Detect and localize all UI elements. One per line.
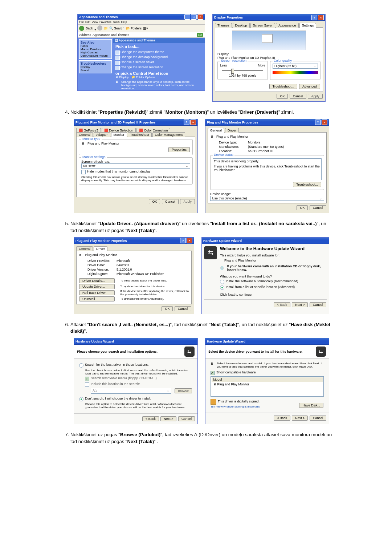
driver-details-button[interactable]: Driver Details...	[79, 278, 115, 283]
model-item[interactable]: 🖥 Plug and Play Monitor	[212, 382, 323, 386]
properties-button[interactable]: Properties	[168, 147, 190, 152]
cp-icon-display[interactable]: 🖥 Display	[115, 76, 128, 79]
forward-icon[interactable]	[97, 25, 102, 31]
side-item[interactable]: Mouse Pointers	[81, 48, 110, 51]
menu-view[interactable]: View	[92, 20, 98, 24]
ok-button[interactable]: OK	[149, 199, 160, 204]
advanced-button[interactable]: Advanced	[299, 84, 320, 89]
option-dont-search[interactable]: Don't search. I will choose the driver t…	[79, 397, 192, 401]
next-button[interactable]: Next >	[292, 416, 308, 421]
tab-themes[interactable]: Themes	[215, 23, 232, 28]
option-list[interactable]: Install from a list or specific location…	[220, 285, 327, 290]
cancel-button[interactable]: Cancel	[310, 205, 326, 210]
tab-color-mgmt[interactable]: Color Management	[152, 132, 185, 137]
option-search[interactable]: Search for the best driver in these loca…	[79, 363, 192, 368]
apply-button[interactable]: Apply	[180, 199, 195, 204]
back-button[interactable]: < Back	[274, 416, 290, 421]
cancel-button[interactable]: Cancel	[162, 199, 179, 204]
troubleshoot-button[interactable]: Troubleshoot...	[293, 182, 321, 187]
have-disk-button[interactable]: Have Disk...	[299, 403, 323, 408]
resolution-slider[interactable]	[222, 70, 263, 71]
rollback-button[interactable]: Roll Back Driver	[79, 290, 115, 295]
task-item[interactable]: Change the computer's theme	[115, 50, 203, 54]
tab-geforce[interactable]: 🟥 GeForce3	[76, 128, 101, 133]
tab-general[interactable]: General	[76, 246, 93, 251]
chk-removable[interactable]: ✓Search removable media (floppy, CD-ROM.…	[85, 376, 192, 381]
tab-driver[interactable]: Driver	[225, 128, 239, 133]
minimize-icon[interactable]: _	[184, 14, 190, 20]
cp-icon-display-row[interactable]: 🖥Change the appearance of your desktop, …	[115, 80, 203, 90]
help-icon[interactable]: ?	[184, 119, 189, 125]
up-icon[interactable]: 📁	[104, 27, 108, 30]
chk-location[interactable]: Include this location in the search:	[85, 382, 192, 387]
task-item[interactable]: Change the screen resolution	[115, 65, 203, 69]
tab-troubleshoot[interactable]: Troubleshoot	[128, 132, 152, 137]
cancel-button[interactable]: Cancel	[178, 416, 195, 421]
tab-adapter[interactable]: Adapter	[94, 132, 110, 137]
next-button[interactable]: Next >	[292, 302, 308, 307]
help-icon[interactable]: ?	[315, 119, 321, 125]
option-auto[interactable]: Install the software automatically (Reco…	[220, 279, 327, 284]
menu-favorites[interactable]: Favorites	[99, 20, 111, 24]
address-value[interactable]: Appearance and Themes	[93, 33, 195, 37]
go-button[interactable]: Go	[197, 33, 203, 37]
cancel-button[interactable]: Cancel	[175, 306, 191, 311]
close-icon[interactable]: ×	[318, 15, 324, 20]
compat-checkbox[interactable]: ✓Show compatible hardware	[211, 370, 324, 375]
usage-select[interactable]: Use this device (enable)⌄	[210, 196, 324, 201]
tab-settings[interactable]: Settings	[299, 23, 317, 28]
search-icon[interactable]: 🔍 Search	[109, 27, 124, 30]
menu-edit[interactable]: Edit	[85, 20, 90, 24]
why-signing-link[interactable]: Tell me why driver signing is important	[211, 405, 260, 408]
tab-monitor[interactable]: Monitor	[111, 132, 127, 137]
maximize-icon[interactable]: □	[191, 14, 197, 20]
tab-general[interactable]: General	[76, 132, 93, 137]
browse-button[interactable]: Browse	[175, 388, 192, 393]
update-driver-button[interactable]: Update Driver...	[79, 284, 115, 289]
back-button[interactable]: < Back	[142, 416, 159, 421]
help-icon[interactable]: ?	[311, 15, 317, 20]
tab-device-selection[interactable]: 🟥 Device Selection	[102, 128, 136, 133]
apply-button[interactable]: Apply	[308, 94, 323, 99]
close-icon[interactable]: ×	[187, 238, 192, 243]
cancel-button[interactable]: Cancel	[290, 94, 306, 99]
menu-file[interactable]: File	[79, 20, 84, 24]
menu-tools[interactable]: Tools	[113, 20, 120, 24]
cancel-button[interactable]: Cancel	[310, 416, 326, 421]
ok-button[interactable]: OK	[297, 205, 308, 210]
tab-color-correction[interactable]: 🟥 Color Correction	[136, 128, 170, 133]
tab-general[interactable]: General	[208, 128, 224, 133]
back-icon[interactable]	[79, 26, 84, 31]
views-icon[interactable]: ▦▾	[143, 27, 148, 30]
side-item[interactable]: Display	[81, 65, 110, 69]
next-button[interactable]: Next >	[160, 416, 176, 421]
side-item[interactable]: High Contrast	[81, 51, 110, 54]
model-list[interactable]: Model 🖥 Plug and Play Monitor	[211, 376, 324, 397]
ok-button[interactable]: OK	[277, 94, 288, 99]
close-icon[interactable]: ×	[322, 119, 327, 125]
uninstall-button[interactable]: Uninstall	[79, 296, 115, 301]
tab-driver[interactable]: Driver	[94, 246, 107, 251]
close-icon[interactable]: ×	[190, 119, 196, 125]
side-item[interactable]: Sound	[81, 69, 110, 72]
side-item[interactable]: Fonts	[81, 44, 110, 48]
quality-select[interactable]: Highest (32 bit)⌄	[273, 64, 318, 69]
troubleshoot-button[interactable]: Troubleshoot...	[269, 84, 298, 89]
side-item[interactable]: User Account Picture	[81, 54, 110, 57]
tab-desktop[interactable]: Desktop	[233, 23, 250, 28]
menu-help[interactable]: Help	[121, 20, 127, 24]
ok-button[interactable]: OK	[162, 306, 173, 311]
location-combo[interactable]: A:\⌄	[91, 388, 171, 394]
help-icon[interactable]: ?	[180, 238, 186, 243]
close-icon[interactable]: ×	[197, 14, 203, 20]
back-button[interactable]: < Back	[274, 302, 290, 307]
folders-icon[interactable]: 📂 Folders	[126, 27, 142, 30]
task-item[interactable]: Change the desktop background	[115, 55, 203, 59]
hide-modes-checkbox[interactable]: Hide modes that this monitor cannot disp…	[81, 170, 190, 174]
task-item[interactable]: Choose a screen saver	[115, 60, 203, 64]
tab-screensaver[interactable]: Screen Saver	[250, 23, 275, 28]
refresh-select[interactable]: 60 Hertz⌄	[81, 163, 190, 169]
tab-appearance[interactable]: Appearance	[276, 23, 299, 28]
cp-icon-folder-options[interactable]: 📁 Folder Options	[131, 76, 155, 79]
cancel-button[interactable]: Cancel	[310, 302, 326, 307]
